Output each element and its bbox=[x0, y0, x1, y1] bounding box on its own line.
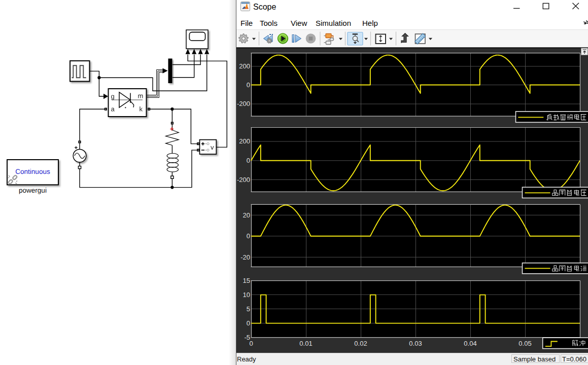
svg-text:0: 0 bbox=[247, 81, 250, 89]
svg-text:0.02: 0.02 bbox=[354, 340, 367, 347]
svg-text:powergui: powergui bbox=[19, 187, 47, 194]
svg-text:Continuous: Continuous bbox=[15, 168, 50, 175]
svg-text:0.05: 0.05 bbox=[518, 340, 531, 347]
svg-text:20: 20 bbox=[243, 211, 250, 219]
svg-text:200: 200 bbox=[239, 137, 250, 145]
svg-text:15: 15 bbox=[243, 277, 250, 284]
svg-text:-200: -200 bbox=[237, 176, 250, 184]
svg-text:0.03: 0.03 bbox=[409, 340, 422, 347]
svg-text:0: 0 bbox=[247, 319, 250, 327]
svg-text:0: 0 bbox=[247, 157, 250, 164]
svg-text:5: 5 bbox=[247, 305, 250, 313]
svg-text:0.04: 0.04 bbox=[464, 340, 476, 347]
svg-text:-200: -200 bbox=[237, 100, 250, 107]
svg-text:10: 10 bbox=[243, 291, 250, 299]
svg-text:200: 200 bbox=[239, 62, 250, 70]
svg-text:0: 0 bbox=[249, 340, 253, 347]
svg-text:-20: -20 bbox=[240, 253, 250, 261]
svg-text:0: 0 bbox=[247, 232, 250, 240]
svg-text:0.01: 0.01 bbox=[299, 340, 312, 347]
